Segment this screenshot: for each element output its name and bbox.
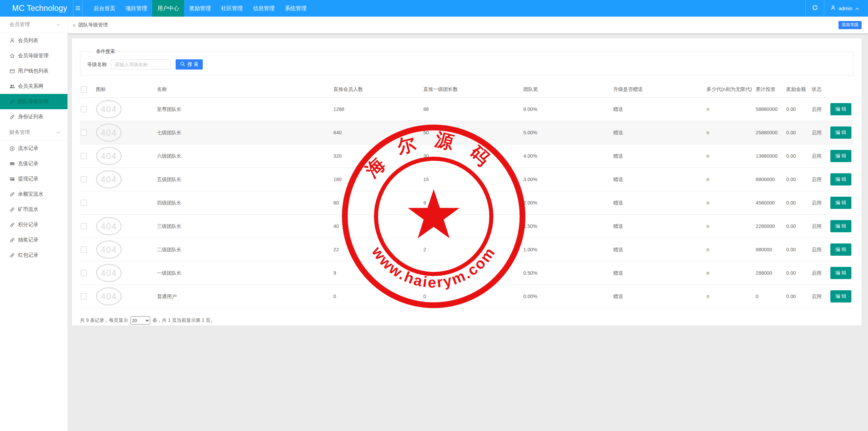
generations-cell: n — [706, 144, 755, 168]
sidebar-item-余额宝流水[interactable]: 余额宝流水 — [0, 187, 67, 202]
table-row: 404至尊团队长1288888.00%赠送n588800000.00启用编 辑 — [80, 98, 853, 121]
sidebar-item-团队等级管理[interactable]: 团队等级管理 — [0, 94, 67, 109]
edit-button[interactable]: 编 辑 — [830, 173, 851, 185]
chevron-down-icon — [56, 22, 61, 27]
gift-cell: 赠送 — [613, 144, 706, 168]
chevron-up-icon — [855, 5, 859, 11]
edit-button[interactable]: 编 辑 — [830, 150, 851, 162]
select-all-checkbox[interactable] — [81, 86, 87, 93]
app-logo: MC Technology — [0, 0, 73, 17]
column-header-奖励金额: 奖励金额 — [786, 84, 811, 98]
pagination-prefix: 共 9 条记录，每页显示 — [80, 317, 128, 324]
edit-button[interactable]: 编 辑 — [830, 197, 851, 209]
edit-button[interactable]: 编 辑 — [830, 103, 851, 115]
search-button[interactable]: 搜 索 — [176, 59, 203, 70]
page-size-select[interactable]: 20 — [131, 316, 150, 325]
sidebar-item-会员等级管理[interactable]: 会员等级管理 — [0, 48, 67, 63]
table-row: 404三级团队长4051.50%赠送n22800000.00启用编 辑 — [80, 215, 853, 238]
sidebar-item-label: 流水记录 — [18, 145, 38, 152]
pagination: 共 9 条记录，每页显示 20 条，共 1 页当前显示第 1 页。 — [80, 316, 853, 325]
sidebar-item-label: 会员列表 — [18, 37, 38, 44]
hamburger-menu-button[interactable] — [73, 0, 82, 17]
sidebar-item-抽奖记录[interactable]: 抽奖记录 — [0, 232, 67, 248]
status-cell: 启用 — [811, 144, 830, 168]
team-bonus-cell: 4.00% — [523, 144, 613, 168]
edit-button[interactable]: 编 辑 — [830, 243, 851, 256]
broken-image-404-badge: 404 — [96, 240, 122, 259]
row-checkbox[interactable] — [81, 176, 87, 182]
status-cell: 启用 — [811, 191, 830, 215]
edit-button[interactable]: 编 辑 — [830, 267, 851, 279]
table-row: 404一级团队长900.50%赠送n2880000.00启用编 辑 — [80, 261, 853, 285]
sidebar-item-用户钱包列表[interactable]: 用户钱包列表 — [0, 63, 67, 79]
actions-cell: 编 辑 — [830, 98, 853, 121]
column-header-状态: 状态 — [811, 84, 830, 98]
nav-item-系统管理[interactable]: 系统管理 — [280, 0, 312, 17]
sidebar-item-会员列表[interactable]: 会员列表 — [0, 33, 67, 48]
table-row: 404二级团队长2221.00%赠送n9800000.00启用编 辑 — [80, 238, 853, 261]
reward-cell: 0.00 — [786, 168, 811, 191]
broken-image-404-badge: 404 — [96, 123, 122, 142]
team-bonus-cell: 0.50% — [523, 261, 613, 285]
user-menu[interactable]: admin — [824, 0, 868, 17]
nav-item-项目管理[interactable]: 项目管理 — [120, 0, 152, 17]
gift-cell: 赠送 — [613, 215, 706, 238]
checkbox-cell — [80, 121, 95, 144]
row-checkbox[interactable] — [81, 106, 87, 112]
nav-item-奖励管理[interactable]: 奖励管理 — [184, 0, 216, 17]
main-card: 条件搜索 等级名称 搜 索 图标名称直推 — [72, 38, 862, 326]
sidebar-item-积分记录[interactable]: 积分记录 — [0, 217, 67, 232]
sidebar-item-矿币流水[interactable]: 矿币流水 — [0, 202, 67, 217]
column-header-累计投资: 累计投资 — [755, 84, 786, 98]
refresh-button[interactable] — [806, 0, 824, 17]
edit-button[interactable]: 编 辑 — [830, 220, 851, 232]
gift-cell: 赠送 — [613, 98, 706, 121]
sidebar-item-充值记录[interactable]: PayPal充值记录 — [0, 156, 67, 171]
link-icon — [9, 253, 15, 258]
sidebar-item-label: 团队等级管理 — [18, 98, 48, 105]
topbar: MC Technology 后台首页项目管理用户中心奖励管理社区管理信息管理系统… — [0, 0, 868, 17]
reward-cell: 0.00 — [786, 238, 811, 261]
row-checkbox[interactable] — [81, 200, 87, 206]
search-button-label: 搜 索 — [188, 61, 198, 67]
nav-item-信息管理[interactable]: 信息管理 — [248, 0, 280, 17]
status-cell: 启用 — [811, 238, 830, 261]
nav-item-后台首页[interactable]: 后台首页 — [88, 0, 120, 17]
edit-button[interactable]: 编 辑 — [830, 126, 851, 139]
nav-item-用户中心[interactable]: 用户中心 — [152, 0, 184, 17]
row-checkbox[interactable] — [81, 293, 87, 299]
row-checkbox[interactable] — [81, 153, 87, 159]
sidebar-item-流水记录[interactable]: 流水记录 — [0, 141, 67, 156]
sidebar-item-会员关系网[interactable]: 会员关系网 — [0, 79, 67, 94]
link-icon — [9, 207, 15, 212]
sidebar-item-提现记录[interactable]: 提现记录 — [0, 171, 67, 187]
icon-cell: 404 — [95, 98, 156, 121]
row-checkbox[interactable] — [81, 130, 87, 136]
row-checkbox[interactable] — [81, 270, 87, 276]
nav-item-社区管理[interactable]: 社区管理 — [216, 0, 248, 17]
card-icon — [9, 176, 15, 182]
actions-cell: 编 辑 — [830, 168, 853, 191]
invest-cell: 58880000 — [755, 98, 786, 121]
add-level-button[interactable]: 添加等级 — [839, 21, 862, 29]
checkbox-cell — [80, 98, 95, 121]
row-checkbox[interactable] — [81, 247, 87, 253]
checkbox-cell — [80, 191, 95, 215]
gift-cell: 赠送 — [613, 261, 706, 285]
topbar-right: admin — [805, 0, 868, 17]
sidebar-item-红包记录[interactable]: 红包记录 — [0, 248, 67, 263]
paypal-icon: PayPal — [9, 161, 15, 166]
users-icon — [9, 84, 15, 89]
sidebar-section-会员管理[interactable]: 会员管理 — [0, 17, 67, 33]
sidebar-item-身份证列表[interactable]: 身份证列表 — [0, 109, 67, 124]
edit-button[interactable]: 编 辑 — [830, 290, 851, 302]
level-name-input[interactable] — [111, 59, 170, 70]
actions-cell: 编 辑 — [830, 215, 853, 238]
search-row: 等级名称 搜 索 — [87, 59, 846, 70]
sidebar-section-财务管理[interactable]: 财务管理 — [0, 124, 67, 141]
star-icon — [9, 53, 15, 59]
checkbox-cell — [80, 215, 95, 238]
sidebar-section-label: 财务管理 — [9, 129, 30, 136]
row-checkbox[interactable] — [81, 223, 87, 229]
top-navigation: 后台首页项目管理用户中心奖励管理社区管理信息管理系统管理 — [88, 0, 312, 17]
